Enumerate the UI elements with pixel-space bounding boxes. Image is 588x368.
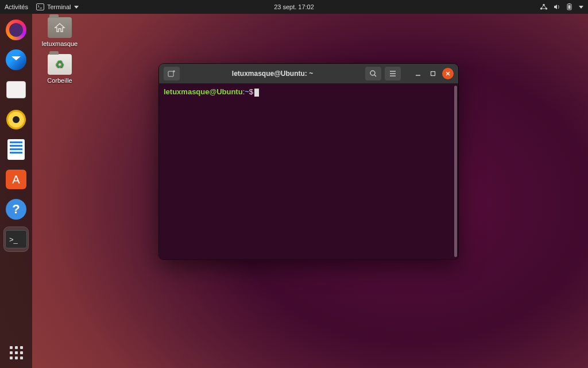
svg-point-9 xyxy=(370,71,375,75)
chevron-down-icon xyxy=(579,6,583,9)
dock: A ? >_ xyxy=(0,14,32,368)
system-status-area[interactable] xyxy=(540,3,583,10)
window-title: letuxmasque@Ubuntu: ~ xyxy=(183,70,362,78)
new-tab-icon xyxy=(168,70,176,78)
thunderbird-icon xyxy=(6,49,26,70)
dock-item-thunderbird[interactable] xyxy=(3,47,29,72)
close-icon xyxy=(445,71,451,76)
help-icon: ? xyxy=(6,199,26,220)
dock-item-firefox[interactable] xyxy=(3,17,29,43)
dock-item-terminal[interactable]: >_ xyxy=(3,227,29,252)
document-icon xyxy=(7,139,25,160)
dock-item-files[interactable] xyxy=(3,77,29,102)
clock[interactable]: 23 sept. 17:02 xyxy=(274,3,314,10)
top-panel: Activités Terminal 23 sept. 17:02 xyxy=(0,0,588,14)
scrollbar[interactable] xyxy=(454,86,457,257)
activities-button[interactable]: Activités xyxy=(5,3,28,10)
minimize-button[interactable] xyxy=(412,68,424,79)
music-icon xyxy=(6,110,26,129)
terminal-window: letuxmasque@Ubuntu: ~ letuxmasque@Ubuntu… xyxy=(159,64,458,259)
prompt-symbol: $ xyxy=(249,87,253,96)
terminal-app-icon xyxy=(36,3,44,10)
desktop-icon-label: letuxmasque xyxy=(39,40,80,47)
desktop-icon-trash[interactable]: ♻ Corbeille xyxy=(39,54,80,84)
svg-rect-8 xyxy=(168,71,173,76)
folder-icon xyxy=(48,17,72,38)
app-menu-label: Terminal xyxy=(47,3,71,10)
home-icon xyxy=(54,22,65,33)
terminal-icon: >_ xyxy=(5,230,27,248)
recycle-icon: ♻ xyxy=(55,58,64,71)
desktop-icon-home[interactable]: letuxmasque xyxy=(39,17,80,47)
svg-rect-6 xyxy=(568,3,570,4)
show-applications-button[interactable] xyxy=(3,343,29,368)
window-titlebar[interactable]: letuxmasque@Ubuntu: ~ xyxy=(159,64,458,83)
terminal-content[interactable]: letuxmasque@Ubuntu:~$ xyxy=(159,83,458,259)
app-menu[interactable]: Terminal xyxy=(36,3,79,10)
new-tab-button[interactable] xyxy=(164,67,180,80)
prompt-path: ~ xyxy=(245,87,249,96)
svg-rect-7 xyxy=(568,5,571,9)
dock-item-software[interactable]: A xyxy=(3,167,29,192)
maximize-button[interactable] xyxy=(427,68,439,79)
text-cursor xyxy=(254,89,259,97)
desktop-icon-label: Corbeille xyxy=(39,77,80,84)
svg-line-10 xyxy=(374,75,376,76)
menu-button[interactable] xyxy=(385,67,401,80)
dock-item-rhythmbox[interactable] xyxy=(3,107,29,132)
shopping-bag-icon: A xyxy=(6,170,26,189)
firefox-icon xyxy=(6,20,26,40)
minimize-icon xyxy=(415,71,421,76)
dock-item-writer[interactable] xyxy=(3,137,29,162)
files-icon xyxy=(6,81,26,98)
apps-grid-icon xyxy=(10,346,23,359)
prompt-user-host: letuxmasque@Ubuntu xyxy=(164,87,243,96)
svg-rect-0 xyxy=(36,4,44,10)
search-button[interactable] xyxy=(365,67,381,80)
network-icon xyxy=(540,3,548,10)
maximize-icon xyxy=(430,71,436,76)
chevron-down-icon xyxy=(74,6,79,9)
close-button[interactable] xyxy=(442,68,454,79)
desktop-icons: letuxmasque ♻ Corbeille xyxy=(39,17,80,91)
svg-rect-15 xyxy=(431,72,435,76)
battery-icon xyxy=(566,3,573,10)
trash-bin-icon: ♻ xyxy=(48,54,72,75)
search-icon xyxy=(369,70,377,78)
hamburger-icon xyxy=(389,70,397,78)
dock-item-help[interactable]: ? xyxy=(3,197,29,222)
volume-icon xyxy=(554,3,560,10)
